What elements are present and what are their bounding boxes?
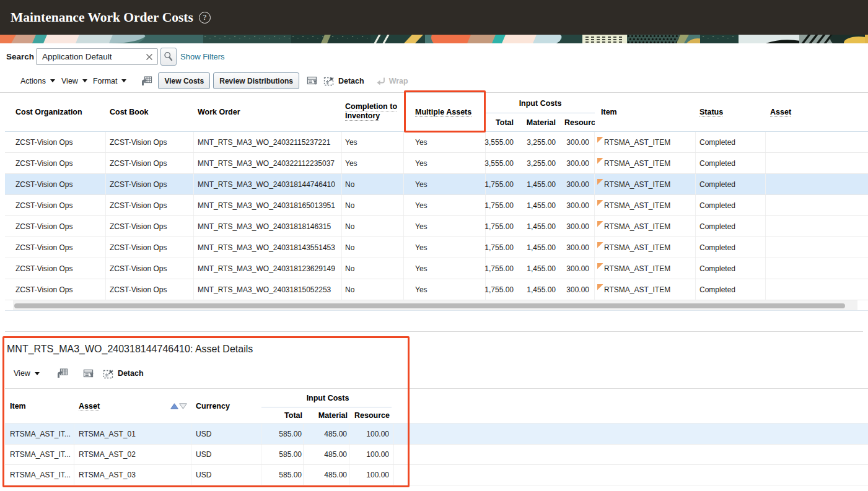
sort-descending-icon[interactable] (179, 403, 187, 409)
freeze-icon[interactable] (56, 368, 68, 379)
cell-multiple-assets: Yes (404, 174, 486, 194)
table-row[interactable]: ZCST-Vision Ops ZCST-Vision Ops MNT_RTS_… (5, 195, 868, 216)
table-row[interactable]: ZCST-Vision Ops ZCST-Vision Ops MNT_RTS_… (5, 153, 868, 174)
cell-total: 1,755.00 (486, 174, 518, 194)
search-button[interactable] (160, 48, 177, 66)
cell-resource: 300.00 (559, 132, 595, 152)
detach-icon[interactable] (103, 368, 114, 379)
cell-material: 485.00 (304, 445, 349, 464)
col-header-completion-to-inventory[interactable]: Completion to Inventory (342, 93, 404, 131)
col-header-item[interactable]: Item (595, 93, 696, 131)
help-icon[interactable]: ? (199, 12, 211, 24)
cell-status: Completed (696, 153, 766, 173)
format-menu-label: Format (93, 77, 118, 85)
col-header-work-order[interactable]: Work Order (194, 93, 342, 131)
detail-view-menu[interactable]: View (14, 369, 40, 378)
format-menu[interactable]: Format (93, 77, 127, 85)
query-by-example-icon[interactable] (83, 368, 94, 379)
cell-completion-to-inventory: No (342, 174, 404, 194)
col-header-cost-book[interactable]: Cost Book (106, 93, 194, 131)
cell-item: RTSMA_AST_ITEM (595, 216, 696, 237)
cell-completion-to-inventory: No (342, 216, 404, 237)
col-header-cost-organization[interactable]: Cost Organization (5, 93, 106, 131)
horizontal-scrollbar[interactable] (13, 300, 857, 310)
item-value: RTSMA_AST_ITEM (604, 138, 670, 147)
table-row[interactable]: ZCST-Vision Ops ZCST-Vision Ops MNT_RTS_… (5, 237, 868, 258)
freeze-icon[interactable] (141, 76, 152, 87)
col-header-currency[interactable]: Currency (191, 389, 261, 424)
cell-completion-to-inventory: No (342, 258, 404, 279)
item-flag-icon (597, 200, 603, 206)
detail-header-row: Item Asset Currency Input Costs Total Ma… (5, 388, 868, 424)
table-body: ZCST-Vision Ops ZCST-Vision Ops MNT_RTS_… (5, 132, 868, 300)
table-row[interactable]: ZCST-Vision Ops ZCST-Vision Ops MNT_RTS_… (5, 216, 868, 237)
col-header-asset[interactable]: Asset (766, 93, 868, 131)
panel-divider (5, 331, 863, 332)
review-distributions-button[interactable]: Review Distributions (213, 72, 299, 89)
table-row[interactable]: RTSMA_AST_IT... RTSMA_AST_02 USD 585.00 … (5, 445, 868, 465)
detach-icon[interactable] (323, 76, 335, 86)
col-header-status[interactable]: Status (696, 93, 766, 131)
cell-cost-book: ZCST-Vision Ops (106, 132, 194, 152)
cell-multiple-assets: Yes (404, 132, 486, 152)
view-costs-button[interactable]: View Costs (158, 72, 210, 89)
cell-material: 1,455.00 (518, 279, 559, 300)
view-menu[interactable]: View (61, 77, 87, 85)
cell-total: 585.00 (261, 424, 304, 444)
cell-resource: 300.00 (559, 153, 595, 173)
col-header-asset[interactable]: Asset (74, 389, 191, 424)
col-header-multiple-assets[interactable]: Multiple Assets (404, 93, 486, 131)
cell-multiple-assets: Yes (404, 258, 486, 279)
cell-completion-to-inventory: No (342, 279, 404, 300)
cell-asset (766, 258, 868, 279)
cell-cost-organization: ZCST-Vision Ops (5, 237, 106, 258)
item-value: RTSMA_AST_ITEM (604, 180, 670, 189)
cell-item: RTSMA_AST_ITEM (595, 132, 696, 152)
table-row[interactable]: ZCST-Vision Ops ZCST-Vision Ops MNT_RTS_… (5, 132, 868, 153)
table-row[interactable]: RTSMA_AST_IT... RTSMA_AST_03 USD 585.00 … (5, 465, 868, 485)
col-header-total[interactable]: Total (486, 118, 518, 127)
cell-asset: RTSMA_AST_03 (74, 465, 191, 485)
cell-status: Completed (696, 258, 766, 279)
sort-ascending-icon[interactable] (170, 403, 178, 409)
cell-asset: RTSMA_AST_01 (74, 424, 191, 444)
cell-cost-organization: ZCST-Vision Ops (5, 195, 106, 215)
actions-menu[interactable]: Actions (20, 77, 55, 85)
query-by-example-icon[interactable] (307, 76, 318, 86)
cell-total: 3,555.00 (486, 153, 518, 173)
clear-search-icon[interactable] (145, 53, 154, 61)
cell-cost-organization: ZCST-Vision Ops (5, 132, 106, 152)
cell-resource: 100.00 (349, 445, 394, 464)
table-row[interactable]: ZCST-Vision Ops ZCST-Vision Ops MNT_RTS_… (5, 174, 868, 195)
cell-asset (766, 132, 868, 152)
table-row[interactable]: ZCST-Vision Ops ZCST-Vision Ops MNT_RTS_… (5, 258, 868, 279)
show-filters-link[interactable]: Show Filters (180, 52, 225, 61)
col-header-total[interactable]: Total (261, 411, 304, 420)
col-header-resource[interactable]: Resource (559, 118, 595, 127)
input-costs-group-label: Input Costs (486, 93, 595, 113)
cell-cost-book: ZCST-Vision Ops (106, 216, 194, 237)
col-header-resource[interactable]: Resource (349, 411, 394, 420)
cell-status: Completed (696, 132, 766, 152)
item-flag-icon (597, 263, 603, 269)
table-row[interactable]: ZCST-Vision Ops ZCST-Vision Ops MNT_RTS_… (5, 279, 868, 300)
item-flag-icon (597, 179, 603, 185)
cell-asset (766, 153, 868, 173)
col-header-material[interactable]: Material (304, 411, 349, 420)
divider (5, 310, 868, 311)
col-header-material[interactable]: Material (518, 118, 559, 127)
chevron-down-icon (50, 79, 55, 82)
scrollbar-thumb[interactable] (14, 303, 845, 308)
cell-item: RTSMA_AST_ITEM (595, 174, 696, 194)
item-value: RTSMA_AST_ITEM (604, 201, 670, 210)
search-input[interactable]: Application Default (36, 48, 158, 65)
table-row[interactable]: RTSMA_AST_IT... RTSMA_AST_01 USD 585.00 … (5, 424, 868, 445)
col-header-item[interactable]: Item (5, 389, 74, 424)
detail-detach-label[interactable]: Detach (118, 369, 144, 378)
chevron-down-icon (82, 79, 87, 82)
detach-label[interactable]: Detach (338, 77, 364, 85)
search-label: Search (6, 52, 34, 61)
cell-asset: RTSMA_AST_02 (74, 445, 191, 464)
cell-item: RTSMA_AST_ITEM (595, 237, 696, 258)
cell-item: RTSMA_AST_ITEM (595, 279, 696, 300)
